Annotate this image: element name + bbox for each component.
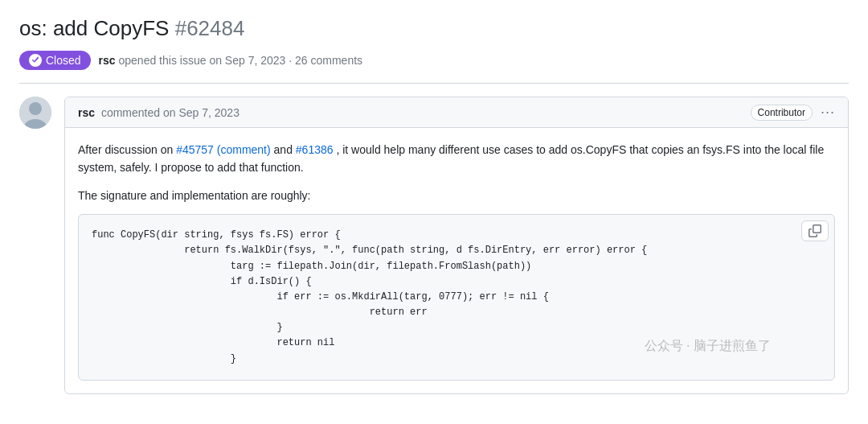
issue-comment-count: · 26 comments — [289, 54, 362, 67]
contributor-badge: Contributor — [751, 105, 813, 121]
section-divider — [19, 83, 849, 84]
avatar — [19, 97, 51, 129]
check-circle-icon — [29, 54, 42, 67]
link-45757[interactable]: #45757 (comment) — [176, 143, 271, 156]
link-61386[interactable]: #61386 — [296, 143, 334, 156]
comment-wrapper: rsc commented on Sep 7, 2023 Contributor… — [19, 97, 849, 394]
comment-paragraph-2: The signature and implementation are rou… — [78, 187, 835, 204]
issue-meta-text: rsc opened this issue on Sep 7, 2023 · 2… — [99, 54, 362, 67]
avatar-image — [19, 97, 51, 129]
copy-icon — [809, 224, 821, 237]
comment-author[interactable]: rsc — [78, 106, 95, 119]
issue-number: #62484 — [175, 16, 245, 40]
comment-paragraph-1: After discussion on #45757 (comment) and… — [78, 141, 835, 177]
comment-timestamp: commented on Sep 7, 2023 — [101, 106, 240, 119]
issue-title: os: add CopyFS #62484 — [19, 16, 849, 41]
issue-author-link[interactable]: rsc — [99, 54, 116, 67]
copy-code-button[interactable] — [801, 220, 829, 241]
comment-header: rsc commented on Sep 7, 2023 Contributor… — [65, 97, 848, 128]
comment-author-info: rsc commented on Sep 7, 2023 — [78, 106, 240, 119]
comment-body: After discussion on #45757 (comment) and… — [65, 128, 848, 393]
issue-date: on Sep 7, 2023 — [209, 54, 285, 67]
issue-title-text: os: add CopyFS — [19, 16, 169, 40]
status-text: Closed — [46, 54, 81, 67]
svg-point-1 — [29, 102, 42, 115]
more-options-button[interactable]: ··· — [821, 104, 835, 121]
code-block: func CopyFS(dir string, fsys fs.FS) erro… — [78, 214, 835, 381]
status-badge: Closed — [19, 51, 91, 70]
comment-header-actions: Contributor ··· — [751, 104, 835, 121]
page-container: os: add CopyFS #62484 Closed rsc opened … — [0, 0, 868, 410]
code-block-wrapper: func CopyFS(dir string, fsys fs.FS) erro… — [78, 214, 835, 381]
issue-meta-row: Closed rsc opened this issue on Sep 7, 2… — [19, 51, 849, 70]
comment-box: rsc commented on Sep 7, 2023 Contributor… — [64, 97, 849, 394]
